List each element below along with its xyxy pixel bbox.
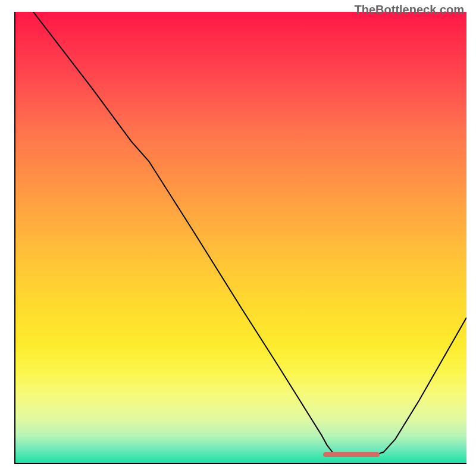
minimum-marker (323, 452, 380, 457)
watermark-text: TheBottleneck.com (355, 3, 464, 17)
bottleneck-curve (33, 12, 466, 456)
curve-svg (15, 12, 466, 463)
plot-area (14, 12, 466, 464)
